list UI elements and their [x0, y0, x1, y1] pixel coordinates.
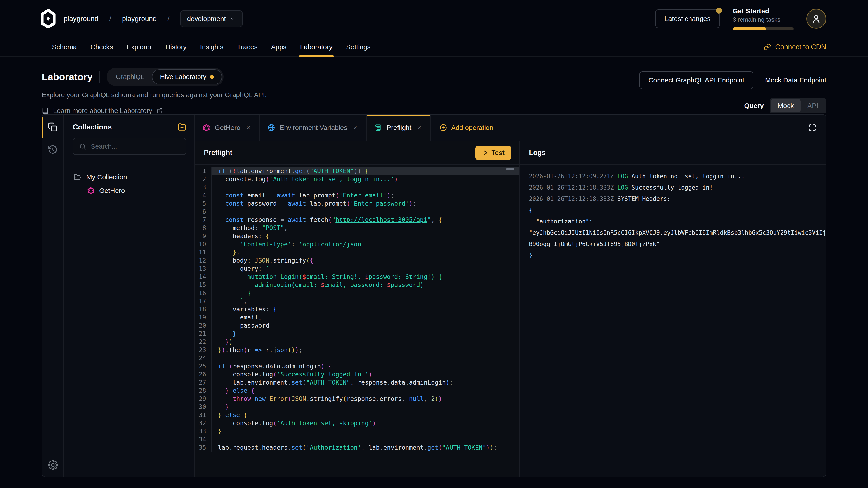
code-line-27[interactable]: 27 lab.environment.set("AUTH_TOKEN", res…: [195, 379, 520, 387]
get-started-progress: [733, 27, 794, 31]
code-line-32[interactable]: 32 console.log('Auth token set, skipping…: [195, 419, 520, 427]
code-line-26[interactable]: 26 console.log('Successfully logged in!'…: [195, 370, 520, 379]
code-line-8[interactable]: 8 method: "POST",: [195, 224, 520, 232]
new-collection-icon[interactable]: [178, 123, 186, 131]
code-line-2[interactable]: 2 console.log('Auth token not set, loggi…: [195, 175, 520, 183]
lab-toggle-graphiql[interactable]: GraphiQL: [108, 70, 152, 84]
folder-open-icon: [74, 173, 81, 181]
code-line-20[interactable]: 20 password: [195, 322, 520, 330]
line-number: 4: [195, 191, 211, 199]
code-line-5[interactable]: 5 const password = await lab.prompt('Ent…: [195, 199, 520, 207]
preflight-code-editor[interactable]: 1if (!lab.environment.get("AUTH_TOKEN"))…: [195, 165, 520, 477]
collapse-handle[interactable]: [506, 168, 515, 170]
collection-name: My Collection: [86, 173, 127, 181]
get-started-widget[interactable]: Get Started 3 remaining tasks: [733, 7, 794, 31]
nav-item-traces[interactable]: Traces: [230, 37, 265, 57]
code-line-18[interactable]: 18 variables: {: [195, 305, 520, 313]
add-operation-button[interactable]: Add operation: [434, 124, 499, 131]
code-line-24[interactable]: 24: [195, 354, 520, 362]
nav-item-insights[interactable]: Insights: [193, 37, 230, 57]
latest-changes-button[interactable]: Latest changes: [655, 9, 720, 28]
code-line-13[interactable]: 13 query: `: [195, 265, 520, 273]
get-started-title: Get Started: [733, 7, 794, 15]
code-line-34[interactable]: 34: [195, 435, 520, 444]
query-mode-label: Query: [744, 102, 764, 109]
mock-endpoint-button[interactable]: Mock Data Endpoint: [765, 76, 826, 84]
code-line-23[interactable]: 23}).then(r => r.json());: [195, 346, 520, 354]
fullscreen-button[interactable]: [799, 115, 826, 141]
line-content: }).then(r => r.json());: [211, 346, 520, 354]
user-avatar[interactable]: [806, 9, 826, 29]
logs-output: 2026-01-26T12:12:09.271Z LOG Auth token …: [520, 165, 826, 477]
line-content: console.log('Auth token not set, loggin …: [211, 175, 520, 183]
code-line-4[interactable]: 4 const email = await lab.prompt('Enter …: [195, 191, 520, 199]
code-line-22[interactable]: 22 }): [195, 338, 520, 346]
nav-item-apps[interactable]: Apps: [264, 37, 293, 57]
learn-more-link[interactable]: Learn more about the Laboratory: [42, 107, 267, 115]
close-icon[interactable]: ×: [352, 123, 359, 132]
test-button[interactable]: Test: [475, 146, 511, 160]
code-line-19[interactable]: 19 email,: [195, 313, 520, 322]
code-line-9[interactable]: 9 headers: {: [195, 232, 520, 240]
connect-to-cdn-link[interactable]: Connect to CDN: [764, 43, 826, 51]
breadcrumb-org[interactable]: playground: [64, 15, 98, 23]
target-select[interactable]: development: [180, 10, 243, 27]
line-number: 23: [195, 346, 211, 354]
code-line-10[interactable]: 10 'Content-Type': 'application/json': [195, 240, 520, 248]
connect-endpoint-button[interactable]: Connect GraphQL API Endpoint: [640, 71, 753, 89]
tab-preflight[interactable]: Preflight×: [367, 115, 431, 141]
line-number: 5: [195, 199, 211, 207]
search-input[interactable]: [91, 143, 180, 150]
line-number: 20: [195, 322, 211, 330]
code-line-16[interactable]: 16 }: [195, 289, 520, 297]
collections-title: Collections: [73, 123, 112, 131]
collections-search[interactable]: [73, 138, 186, 155]
close-icon[interactable]: ×: [245, 123, 252, 132]
code-line-31[interactable]: 31} else {: [195, 411, 520, 419]
settings-gear-icon[interactable]: [48, 460, 58, 470]
nav-item-explorer[interactable]: Explorer: [120, 37, 159, 57]
line-content: password: [211, 322, 520, 330]
history-rail-icon[interactable]: [48, 145, 58, 155]
code-line-28[interactable]: 28 } else {: [195, 387, 520, 395]
code-line-29[interactable]: 29 throw new Error(JSON.stringify(respon…: [195, 395, 520, 403]
nav-item-settings[interactable]: Settings: [339, 37, 377, 57]
code-line-25[interactable]: 25if (response.data.adminLogin) {: [195, 362, 520, 370]
code-line-21[interactable]: 21 }: [195, 330, 520, 338]
code-line-7[interactable]: 7 const response = await fetch("http://l…: [195, 216, 520, 224]
notification-dot: [716, 8, 722, 13]
operation-item-gethero[interactable]: GetHero: [87, 187, 194, 195]
mode-option-mock[interactable]: Mock: [771, 99, 801, 112]
line-content: lab.environment.set("AUTH_TOKEN", respon…: [211, 379, 520, 387]
line-number: 21: [195, 330, 211, 338]
collections-rail-icon[interactable]: [48, 122, 58, 132]
code-line-14[interactable]: 14 mutation Login($email: String!, $pass…: [195, 273, 520, 281]
code-line-30[interactable]: 30 }: [195, 403, 520, 411]
collection-folder[interactable]: My Collection: [74, 173, 194, 181]
close-icon[interactable]: ×: [416, 123, 423, 132]
tab-environment-variables[interactable]: Environment Variables×: [260, 115, 367, 141]
nav-item-laboratory[interactable]: Laboratory: [293, 37, 339, 57]
code-line-12[interactable]: 12 body: JSON.stringify({: [195, 256, 520, 265]
nav-items: SchemaChecksExplorerHistoryInsightsTrace…: [45, 37, 377, 57]
mode-option-api[interactable]: API: [801, 99, 825, 112]
hive-logo-icon[interactable]: [38, 9, 58, 29]
code-line-35[interactable]: 35lab.request.headers.set('Authorization…: [195, 444, 520, 452]
lab-toggle-hive-laboratory[interactable]: Hive Laboratory: [152, 69, 222, 85]
nav-item-checks[interactable]: Checks: [84, 37, 120, 57]
nav-item-history[interactable]: History: [159, 37, 193, 57]
nav-item-schema[interactable]: Schema: [45, 37, 84, 57]
code-line-1[interactable]: 1if (!lab.environment.get("AUTH_TOKEN"))…: [195, 167, 520, 175]
tab-gethero[interactable]: GetHero×: [195, 115, 260, 141]
page-title: Laboratory: [42, 71, 93, 83]
code-line-6[interactable]: 6: [195, 207, 520, 216]
code-line-17[interactable]: 17 `,: [195, 297, 520, 305]
log-line: 2026-01-26T12:12:18.333Z LOG Successfull…: [529, 182, 826, 193]
code-line-33[interactable]: 33}: [195, 427, 520, 435]
code-line-11[interactable]: 11 },: [195, 248, 520, 256]
code-line-3[interactable]: 3: [195, 183, 520, 191]
line-number: 19: [195, 313, 211, 322]
line-number: 12: [195, 256, 211, 265]
breadcrumb-project[interactable]: playground: [122, 15, 157, 23]
code-line-15[interactable]: 15 adminLogin(email: $email, password: $…: [195, 281, 520, 289]
